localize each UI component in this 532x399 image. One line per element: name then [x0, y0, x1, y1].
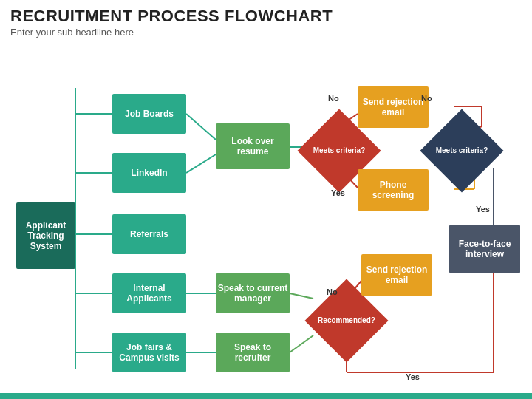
page-wrapper: RECRUITMENT PROCESS FLOWCHART Enter your…: [0, 0, 532, 399]
svg-line-6: [186, 114, 216, 140]
label-no2: No: [421, 94, 432, 103]
flowchart: Applicant Tracking System Job Boards Lin…: [10, 44, 522, 389]
label-yes3: Yes: [406, 372, 420, 381]
label-yes1: Yes: [331, 188, 345, 197]
job-fairs-box: Job fairs & Campus visits: [112, 332, 186, 372]
svg-line-23: [290, 335, 313, 352]
referrals-box: Referrals: [112, 214, 186, 254]
label-yes2: Yes: [476, 205, 490, 214]
rejection-email-2-box: Send rejection email: [361, 254, 432, 296]
speak-recruiter-box: Speak to recruiter: [216, 332, 290, 372]
recommended-diamond: Recommended?: [313, 287, 380, 354]
page-title: RECRUITMENT PROCESS FLOWCHART: [10, 7, 522, 25]
look-over-box: Look over resume: [216, 123, 290, 169]
rejection-email-1-box: Send rejection email: [358, 86, 429, 128]
bottom-bar: [0, 393, 532, 399]
svg-line-7: [186, 154, 216, 173]
linkedin-box: LinkedIn: [112, 153, 186, 193]
page-subtitle: Enter your sub headline here: [10, 27, 522, 38]
ats-box: Applicant Tracking System: [16, 202, 75, 269]
speak-manager-box: Speak to current manager: [216, 273, 290, 313]
face-to-face-box: Face-to-face interview: [449, 225, 520, 273]
label-no1: No: [328, 94, 339, 103]
meets-criteria-2-diamond: Meets criteria?: [429, 117, 495, 184]
phone-screening-box: Phone screening: [358, 169, 429, 211]
label-no3: No: [327, 287, 338, 296]
job-boards-box: Job Boards: [112, 94, 186, 134]
internal-box: Internal Applicants: [112, 273, 186, 313]
svg-line-22: [290, 293, 313, 299]
